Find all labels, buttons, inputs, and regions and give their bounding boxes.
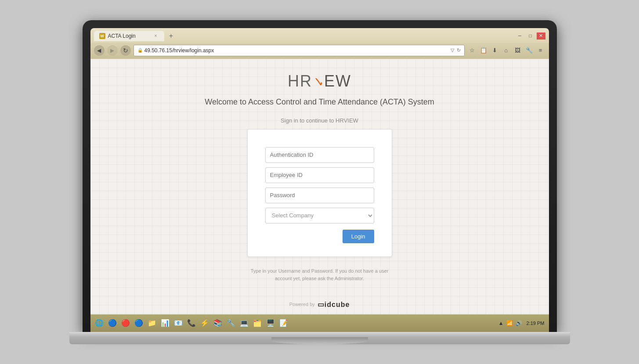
laptop-base: [69, 332, 570, 344]
logo-area: HR✓EW: [288, 72, 351, 90]
taskbar-firefox-icon[interactable]: 🔵: [106, 317, 119, 329]
laptop-wrapper: W ACTA Login × + ─ □ ✕ ◀ ▶ ↻: [69, 20, 570, 344]
laptop-screen-bezel: W ACTA Login × + ─ □ ✕ ◀ ▶ ↻: [90, 28, 549, 332]
taskbar-notepad-icon[interactable]: 📝: [278, 317, 290, 329]
taskbar-right: ▲ 📶 🔊 2:19 PM: [498, 319, 546, 327]
browser-toolbar-icons: ☆ 📋 ⬇ ⌂ 🖼 🔧 ≡: [467, 46, 545, 55]
login-button[interactable]: Login: [343, 230, 374, 243]
logo-ew: EW: [324, 72, 351, 90]
help-text: Type in your Username and Password. If y…: [247, 267, 392, 283]
taskbar-msword-icon[interactable]: 🖥️: [264, 317, 277, 329]
favorites-icon[interactable]: ☆: [467, 46, 477, 55]
new-tab-button[interactable]: +: [166, 31, 177, 41]
idcube-text: idcube: [325, 301, 350, 308]
taskbar-app-icon[interactable]: 🗂️: [251, 317, 264, 329]
lock-icon: 🔒: [137, 48, 143, 53]
address-bar-icons: ▽ ↻: [451, 47, 461, 53]
taskbar-book-icon[interactable]: 📚: [212, 317, 224, 329]
taskbar-outlook-icon[interactable]: 📧: [172, 317, 184, 329]
powered-by-label: Powered by: [289, 302, 315, 307]
app-logo: HR✓EW: [288, 72, 351, 90]
company-select[interactable]: Select Company: [265, 208, 374, 223]
logo-hr: HR: [288, 72, 312, 90]
reading-list-icon[interactable]: 📋: [479, 46, 488, 55]
browser-content: HR✓EW Welcome to Access Control and Time…: [90, 59, 549, 314]
minimize-button[interactable]: ─: [516, 32, 524, 40]
taskbar-phone-icon[interactable]: 📞: [185, 317, 198, 329]
login-box: Select Company Login: [247, 129, 392, 257]
laptop-hinge: [271, 337, 368, 344]
idcube-logo: ▭idcube: [318, 300, 350, 309]
extensions-icon[interactable]: 🖼: [513, 46, 523, 55]
taskbar-ie-icon[interactable]: 🌐: [93, 317, 105, 329]
system-tray: ▲ 📶 🔊: [498, 319, 523, 327]
browser-toolbar: ◀ ▶ ↻ 🔒 49.50.76.15/hrview/login.aspx ▽ …: [90, 43, 549, 59]
logo-check-icon: ✓: [312, 74, 324, 90]
forward-button[interactable]: ▶: [107, 45, 118, 56]
tray-volume-icon: 🔊: [515, 319, 523, 327]
tab-favicon-icon: W: [99, 33, 105, 39]
taskbar: 🌐 🔵 🔴 🔵 📁 📊 📧 📞 ⚡ 📚 🔧 💻 🗂️ 🖥️ 📝 ▲: [90, 314, 549, 332]
refresh-icon[interactable]: ↻: [457, 47, 461, 53]
tools-icon[interactable]: 🔧: [524, 46, 534, 55]
maximize-button[interactable]: □: [526, 32, 535, 40]
authentication-id-input[interactable]: [265, 147, 374, 163]
clock-display: 2:19 PM: [525, 320, 546, 327]
taskbar-browser2-icon[interactable]: 🔵: [133, 317, 145, 329]
taskbar-tools-icon[interactable]: 🔧: [225, 317, 237, 329]
download-icon[interactable]: ⬇: [490, 46, 500, 55]
tab-close-button[interactable]: ×: [153, 33, 159, 39]
welcome-title: Welcome to Access Control and Time Atten…: [205, 97, 434, 107]
taskbar-explorer-icon[interactable]: 📁: [146, 317, 158, 329]
browser-titlebar: W ACTA Login × + ─ □ ✕: [90, 28, 549, 43]
home-icon[interactable]: ⌂: [502, 46, 511, 55]
password-input[interactable]: [265, 187, 374, 203]
tray-arrow-icon[interactable]: ▲: [498, 319, 505, 327]
taskbar-monitor-icon[interactable]: 💻: [238, 317, 250, 329]
browser-tab-active[interactable]: W ACTA Login ×: [94, 31, 164, 41]
back-button[interactable]: ◀: [94, 45, 105, 56]
taskbar-flash-icon[interactable]: ⚡: [199, 317, 211, 329]
powered-by-area: Powered by ▭idcube: [289, 300, 350, 309]
button-row: Login: [265, 230, 374, 243]
address-bar[interactable]: 🔒 49.50.76.15/hrview/login.aspx ▽ ↻: [134, 45, 465, 56]
menu-icon[interactable]: ≡: [536, 46, 545, 55]
page-content: HR✓EW Welcome to Access Control and Time…: [90, 59, 549, 314]
laptop-outer: W ACTA Login × + ─ □ ✕ ◀ ▶ ↻: [83, 20, 557, 332]
sign-in-label: Sign in to continue to HRVIEW: [281, 117, 358, 124]
employee-id-input[interactable]: [265, 167, 374, 183]
refresh-button[interactable]: ↻: [120, 45, 131, 56]
close-button[interactable]: ✕: [537, 32, 545, 40]
taskbar-chrome-icon[interactable]: 🔴: [119, 317, 132, 329]
browser-chrome: W ACTA Login × + ─ □ ✕ ◀ ▶ ↻: [90, 28, 549, 59]
tray-network-icon: 📶: [505, 319, 514, 327]
bookmark-icon[interactable]: ▽: [451, 47, 454, 53]
window-controls: ─ □ ✕: [516, 32, 545, 40]
cube-icon: ▭: [318, 301, 325, 308]
url-display: 49.50.76.15/hrview/login.aspx: [144, 47, 449, 54]
taskbar-excel-icon[interactable]: 📊: [159, 317, 171, 329]
tab-title: ACTA Login: [108, 33, 136, 39]
